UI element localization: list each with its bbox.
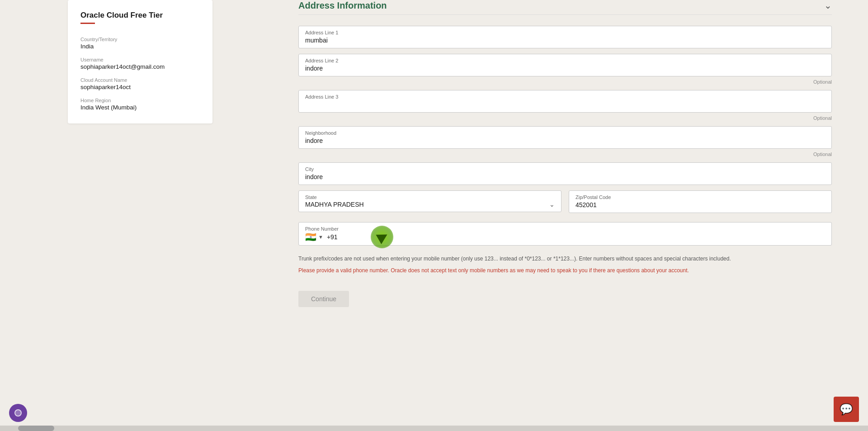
neighborhood-label: Neighborhood: [305, 130, 825, 136]
cursor-indicator: [371, 226, 393, 248]
neighborhood-optional: Optional: [298, 152, 832, 157]
zip-label: Zip/Postal Code: [576, 194, 825, 200]
zip-wrapper: Zip/Postal Code: [569, 190, 832, 213]
address-line-3-group: Address Line 3: [298, 90, 832, 113]
phone-prefix: +91: [327, 233, 338, 241]
city-input[interactable]: [305, 173, 825, 180]
address-line-2-input[interactable]: [305, 65, 825, 72]
city-group: City: [298, 162, 832, 185]
phone-error-text: Please provide a valid phone number. Ora…: [298, 266, 832, 275]
address-line-1-group: Address Line 1: [298, 26, 832, 48]
address-line-2-optional: Optional: [298, 79, 832, 85]
city-label: City: [305, 166, 825, 172]
state-value: MADHYA PRADESH: [305, 201, 364, 208]
india-flag-icon: 🇮🇳: [305, 232, 316, 242]
purple-circle-inner: [14, 409, 22, 417]
continue-button[interactable]: Continue: [298, 291, 349, 307]
address-line-3-label: Address Line 3: [305, 94, 825, 99]
address-line-2-label: Address Line 2: [305, 58, 825, 63]
neighborhood-input[interactable]: [305, 137, 825, 144]
flag-dropdown-arrow-icon[interactable]: ▼: [318, 234, 323, 240]
cursor-arrow-icon: [376, 230, 390, 244]
home-region-label: Home Region: [80, 98, 200, 103]
chat-icon: 💬: [840, 403, 853, 416]
card-title: Oracle Cloud Free Tier: [80, 11, 200, 20]
address-line-2-wrapper: Address Line 2: [298, 54, 832, 76]
phone-input[interactable]: [341, 233, 825, 241]
card-underline: [80, 23, 95, 24]
address-line-3-optional: Optional: [298, 115, 832, 121]
continue-button-container: Continue: [298, 284, 832, 307]
address-line-1-label: Address Line 1: [305, 30, 825, 35]
address-line-1-wrapper: Address Line 1: [298, 26, 832, 48]
phone-help-text: Trunk prefix/codes are not used when ent…: [298, 255, 832, 263]
section-title: Address Information: [298, 0, 387, 11]
state-select[interactable]: MADHYA PRADESH ⌄: [305, 201, 555, 208]
cloud-account-label: Cloud Account Name: [80, 77, 200, 83]
horizontal-scrollbar[interactable]: [0, 426, 868, 431]
state-dropdown-arrow-icon[interactable]: ⌄: [549, 201, 555, 208]
account-card: Oracle Cloud Free Tier Country/Territory…: [68, 0, 212, 123]
country-value: India: [80, 43, 200, 50]
address-line-3-input[interactable]: [305, 101, 825, 108]
chat-button[interactable]: 💬: [834, 397, 859, 422]
scroll-thumb[interactable]: [18, 426, 54, 431]
neighborhood-group: Neighborhood: [298, 126, 832, 149]
left-panel: Oracle Cloud Free Tier Country/Territory…: [0, 0, 280, 431]
phone-group: Phone Number 🇮🇳 ▼ +91: [298, 222, 832, 246]
purple-circle-button[interactable]: [9, 404, 27, 422]
state-label: State: [305, 194, 555, 200]
home-region-value: India West (Mumbai): [80, 104, 200, 111]
state-zip-row: State MADHYA PRADESH ⌄ Zip/Postal Code: [298, 190, 832, 215]
flag-dropdown[interactable]: 🇮🇳 ▼: [305, 232, 323, 242]
state-group: State MADHYA PRADESH ⌄: [298, 190, 561, 213]
username-label: Username: [80, 57, 200, 62]
page-layout: Oracle Cloud Free Tier Country/Territory…: [0, 0, 868, 431]
address-line-3-wrapper: Address Line 3: [298, 90, 832, 113]
cloud-account-value: sophiaparker14oct: [80, 84, 200, 90]
address-line-1-input[interactable]: [305, 37, 825, 44]
address-line-2-group: Address Line 2: [298, 54, 832, 76]
zip-group: Zip/Postal Code: [569, 190, 832, 213]
state-wrapper-field[interactable]: State MADHYA PRADESH ⌄: [298, 190, 561, 212]
right-panel: Address Information ⌄ Address Line 1 Add…: [280, 0, 868, 431]
username-value: sophiaparker14oct@gmail.com: [80, 63, 200, 70]
neighborhood-wrapper: Neighborhood: [298, 126, 832, 149]
city-wrapper: City: [298, 162, 832, 185]
country-label: Country/Territory: [80, 37, 200, 42]
chevron-down-icon[interactable]: ⌄: [824, 0, 832, 11]
section-header: Address Information ⌄: [298, 0, 832, 15]
zip-input[interactable]: [576, 201, 825, 208]
